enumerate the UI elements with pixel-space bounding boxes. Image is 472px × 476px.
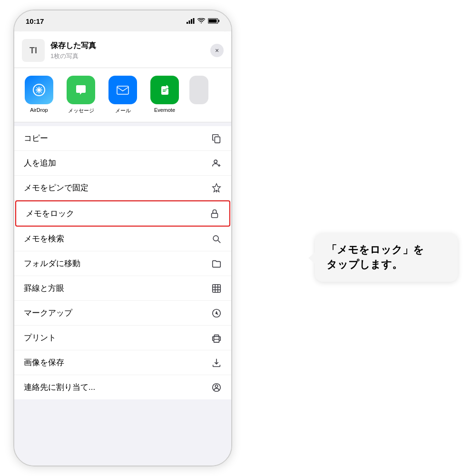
copy-icon	[211, 133, 222, 144]
messages-button[interactable]: メッセージ	[64, 76, 98, 114]
svg-rect-2	[191, 19, 192, 24]
menu-list: コピー 人を追加 メモをピンで固定	[14, 126, 231, 399]
wifi-icon	[197, 18, 205, 24]
print-icon	[211, 333, 222, 343]
lock-icon	[209, 208, 220, 219]
markup-label: マークアップ	[24, 307, 72, 318]
svg-rect-1	[189, 20, 190, 24]
phone-frame: 10:17	[13, 10, 232, 466]
svg-rect-5	[218, 20, 219, 22]
status-icons	[187, 18, 220, 24]
share-header-subtitle: 1枚の写真	[50, 52, 210, 60]
save-image-icon	[211, 357, 222, 368]
mail-label: メール	[115, 107, 131, 114]
assign-contact-menu-item[interactable]: 連絡先に割り当て...	[14, 375, 231, 399]
svg-point-25	[215, 385, 218, 387]
markup-icon	[211, 308, 222, 318]
lock-menu-item[interactable]: メモをロック	[15, 200, 230, 227]
more-app-icon	[189, 76, 208, 104]
copy-menu-item[interactable]: コピー	[14, 126, 231, 151]
airdrop-label: AirDrop	[30, 107, 48, 113]
callout-text: 「メモをロック」をタップします。	[326, 244, 424, 270]
share-header-icon: TI	[22, 39, 45, 62]
airdrop-button[interactable]: AirDrop	[22, 76, 56, 114]
pin-icon	[211, 183, 222, 193]
share-header-title: 保存した写真	[50, 41, 210, 51]
share-sheet: TI 保存した写真 1枚の写真 ×	[14, 31, 231, 466]
status-bar: 10:17	[14, 10, 231, 31]
page-wrapper: 10:17	[0, 0, 472, 476]
more-app-button[interactable]	[189, 76, 208, 114]
folder-icon	[211, 258, 222, 269]
print-menu-item[interactable]: プリント	[14, 326, 231, 350]
share-header: TI 保存した写真 1枚の写真 ×	[14, 31, 231, 68]
grid-label: 罫線と方眼	[24, 283, 64, 294]
markup-menu-item[interactable]: マークアップ	[14, 301, 231, 326]
status-time: 10:17	[26, 17, 44, 25]
copy-label: コピー	[24, 133, 48, 144]
grid-menu-item[interactable]: 罫線と方眼	[14, 276, 231, 301]
evernote-button[interactable]: Evernote	[148, 76, 182, 114]
signal-icon	[187, 18, 195, 24]
messages-label: メッセージ	[68, 107, 94, 114]
svg-point-10	[214, 160, 217, 163]
evernote-label: Evernote	[154, 107, 175, 113]
svg-rect-22	[214, 339, 219, 342]
lock-label: メモをロック	[26, 208, 74, 219]
svg-rect-3	[193, 18, 195, 24]
folder-label: フォルダに移動	[24, 258, 80, 269]
mail-icon	[108, 76, 137, 104]
print-label: プリント	[24, 332, 56, 343]
share-header-text: 保存した写真 1枚の写真	[50, 41, 210, 60]
svg-rect-15	[213, 284, 221, 292]
folder-menu-item[interactable]: フォルダに移動	[14, 251, 231, 276]
svg-line-14	[218, 240, 220, 243]
messages-icon	[67, 76, 95, 104]
svg-point-21	[216, 312, 217, 314]
svg-point-13	[213, 236, 218, 241]
svg-rect-8	[117, 86, 128, 94]
battery-icon	[208, 18, 220, 24]
svg-rect-0	[187, 22, 188, 24]
search-icon	[211, 234, 222, 244]
pin-label: メモをピンで固定	[24, 182, 88, 193]
pin-menu-item[interactable]: メモをピンで固定	[14, 176, 231, 200]
close-button[interactable]: ×	[210, 44, 224, 57]
svg-rect-23	[214, 335, 218, 337]
svg-rect-12	[212, 213, 218, 218]
search-menu-item[interactable]: メモを検索	[14, 227, 231, 251]
assign-contact-label: 連絡先に割り当て...	[24, 382, 95, 393]
callout-box: 「メモをロック」をタップします。	[315, 233, 458, 282]
mail-button[interactable]: メール	[106, 76, 140, 114]
add-person-label: 人を追加	[24, 158, 56, 169]
svg-rect-6	[209, 20, 217, 23]
add-person-menu-item[interactable]: 人を追加	[14, 151, 231, 176]
evernote-icon	[150, 76, 179, 104]
grid-icon	[211, 283, 222, 294]
save-image-menu-item[interactable]: 画像を保存	[14, 350, 231, 375]
app-icons-row: AirDrop メッセージ	[14, 68, 231, 122]
airdrop-icon	[25, 76, 53, 104]
contact-icon	[211, 382, 222, 393]
search-label: メモを検索	[24, 233, 64, 244]
add-person-icon	[211, 158, 222, 169]
save-image-label: 画像を保存	[24, 357, 64, 368]
svg-rect-9	[215, 137, 220, 143]
